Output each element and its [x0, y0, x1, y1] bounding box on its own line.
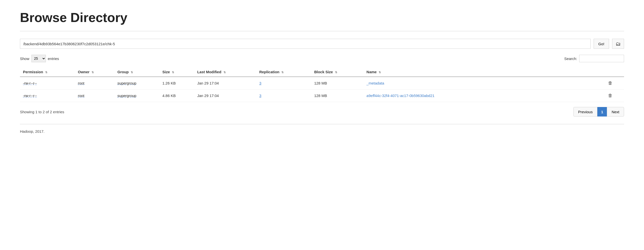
- cell-name-0[interactable]: _metadata: [364, 77, 605, 89]
- sort-icon-replication[interactable]: ⇅: [281, 71, 284, 74]
- col-block-size: Block Size ⇅: [311, 67, 364, 77]
- cell-owner-0: root: [75, 77, 114, 89]
- cell-size-0: 1.26 KB: [160, 77, 194, 89]
- controls-row: Show 10 25 50 100 entries Search:: [20, 55, 624, 62]
- cell-last-modified-1: Jan 29 17:04: [194, 89, 256, 102]
- sort-icon-name[interactable]: ⇅: [378, 71, 381, 74]
- showing-text: Showing 1 to 2 of 2 entries: [20, 110, 64, 114]
- cell-size-1: 4.86 KB: [160, 89, 194, 102]
- cell-replication-0[interactable]: 3: [256, 77, 311, 89]
- col-group: Group ⇅: [114, 67, 160, 77]
- cell-group-1: supergroup: [114, 89, 160, 102]
- col-name: Name ⇅: [364, 67, 605, 77]
- table-row: -rw-r--r-- root supergroup 1.26 KB Jan 2…: [20, 77, 624, 89]
- top-divider: [20, 31, 624, 31]
- col-last-modified: Last Modified ⇅: [194, 67, 256, 77]
- col-actions: [605, 67, 624, 77]
- col-size: Size ⇅: [160, 67, 194, 77]
- previous-button[interactable]: Previous: [574, 107, 597, 116]
- folder-icon: 🗂: [616, 41, 620, 47]
- pagination-controls: Previous 1 Next: [574, 107, 624, 116]
- entries-select[interactable]: 10 25 50 100: [32, 55, 46, 62]
- sort-icon-size[interactable]: ⇅: [172, 71, 174, 74]
- cell-permission-0: -rw-r--r--: [20, 77, 75, 89]
- sort-icon-permission[interactable]: ⇅: [45, 71, 48, 74]
- sort-icon-group[interactable]: ⇅: [131, 71, 133, 74]
- search-label: Search:: [564, 57, 577, 61]
- table-header-row: Permission ⇅ Owner ⇅ Group ⇅ Size ⇅ Last…: [20, 67, 624, 77]
- cell-delete-1[interactable]: 🗑: [605, 89, 624, 102]
- entries-label: entries: [48, 57, 59, 61]
- pagination-row: Showing 1 to 2 of 2 entries Previous 1 N…: [20, 107, 624, 116]
- cell-last-modified-0: Jan 29 17:04: [194, 77, 256, 89]
- go-button[interactable]: Go!: [594, 39, 609, 49]
- search-box: Search:: [564, 55, 624, 62]
- sort-icon-block-size[interactable]: ⇅: [335, 71, 337, 74]
- sort-icon-owner[interactable]: ⇅: [92, 71, 94, 74]
- delete-icon-0[interactable]: 🗑: [608, 80, 612, 85]
- cell-name-1[interactable]: a9eff44c-32f4-4071-ac17-0b59630abd21: [364, 89, 605, 102]
- cell-delete-0[interactable]: 🗑: [605, 77, 624, 89]
- search-input[interactable]: [579, 55, 624, 62]
- directory-table: Permission ⇅ Owner ⇅ Group ⇅ Size ⇅ Last…: [20, 67, 624, 102]
- next-button[interactable]: Next: [607, 107, 624, 116]
- folder-button[interactable]: 🗂: [612, 39, 624, 49]
- col-permission: Permission ⇅: [20, 67, 75, 77]
- page-number-1[interactable]: 1: [597, 107, 607, 116]
- cell-block-size-0: 128 MB: [311, 77, 364, 89]
- cell-group-0: supergroup: [114, 77, 160, 89]
- footer: Hadoop, 2017.: [20, 129, 624, 134]
- delete-icon-1[interactable]: 🗑: [608, 93, 612, 98]
- cell-permission-1: -rw-r--r--: [20, 89, 75, 102]
- path-bar: Go! 🗂: [20, 39, 624, 49]
- show-label: Show: [20, 57, 30, 61]
- page-title: Browse Directory: [20, 10, 624, 25]
- cell-block-size-1: 128 MB: [311, 89, 364, 102]
- show-entries: Show 10 25 50 100 entries: [20, 55, 59, 62]
- table-row: -rw-r--r-- root supergroup 4.86 KB Jan 2…: [20, 89, 624, 102]
- col-owner: Owner ⇅: [75, 67, 114, 77]
- col-replication: Replication ⇅: [256, 67, 311, 77]
- bottom-divider: [20, 124, 624, 124]
- cell-replication-1[interactable]: 3: [256, 89, 311, 102]
- cell-owner-1: root: [75, 89, 114, 102]
- sort-icon-last-modified[interactable]: ⇅: [224, 71, 226, 74]
- path-input[interactable]: [20, 39, 590, 49]
